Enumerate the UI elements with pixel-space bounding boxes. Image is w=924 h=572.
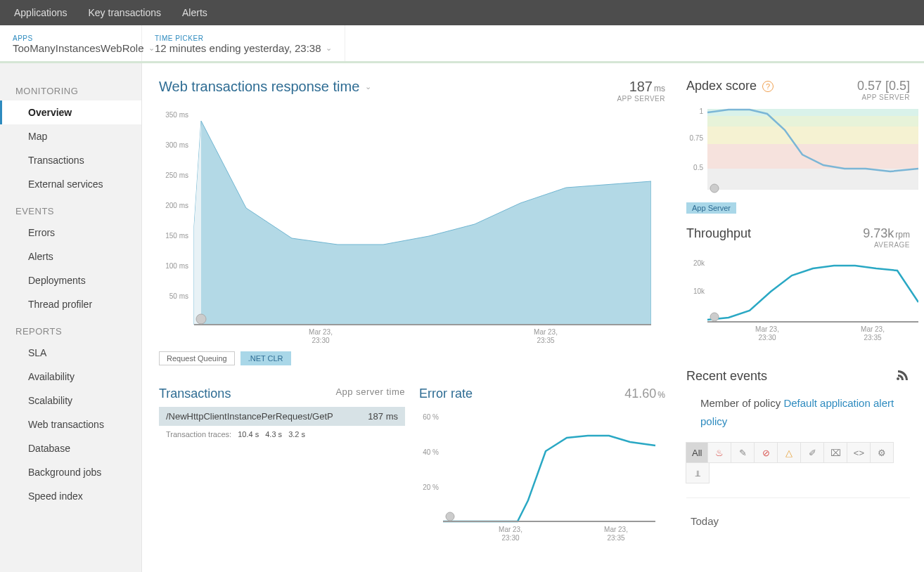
nav-key-transactions[interactable]: Key transactions [89, 7, 162, 18]
svg-rect-24 [707, 126, 918, 144]
sidebar-item-database[interactable]: Database [0, 436, 141, 460]
filter-error-icon[interactable]: ⊘ [754, 442, 778, 463]
svg-text:0.5: 0.5 [693, 164, 703, 171]
svg-text:Mar 23,: Mar 23, [861, 325, 885, 333]
svg-rect-25 [707, 144, 918, 169]
response-time-chart[interactable]: 350 ms 300 ms 250 ms 200 ms 150 ms 100 m… [159, 107, 665, 346]
svg-rect-23 [707, 116, 918, 126]
events-today: Today [686, 498, 910, 527]
svg-text:20 %: 20 % [423, 483, 439, 491]
svg-text:0.75: 0.75 [690, 134, 704, 142]
svg-text:60 %: 60 % [423, 413, 439, 421]
app-picker-label: APPS [13, 34, 129, 42]
apdex-title: Apdex score ? [686, 79, 774, 93]
svg-point-8 [196, 314, 206, 324]
sidebar-item-transactions[interactable]: Transactions [0, 148, 141, 172]
sidebar-item-availability[interactable]: Availability [0, 365, 141, 389]
nav-applications[interactable]: Applications [14, 7, 68, 18]
transactions-sub: App server time [335, 386, 405, 397]
svg-point-34 [710, 313, 719, 321]
sidebar-section-events: EVENTS [0, 196, 141, 221]
svg-point-17 [446, 512, 454, 521]
svg-text:300 ms: 300 ms [165, 141, 188, 149]
apdex-chart[interactable]: 1 0.75 0.5 [686, 105, 910, 197]
svg-text:250 ms: 250 ms [165, 171, 188, 179]
transaction-traces: Transaction traces: 10.4 s 4.3 s 3.2 s [159, 426, 405, 438]
filter-code-icon[interactable]: <> [847, 442, 871, 463]
svg-text:Mar 23,: Mar 23, [309, 328, 333, 336]
apdex-metric: 0.57 [0.5] APP SERVER [857, 79, 910, 101]
svg-text:10k: 10k [693, 287, 705, 295]
filter-gear-icon[interactable]: ⚙ [870, 442, 894, 463]
throughput-title: Throughput [686, 226, 751, 241]
response-time-title[interactable]: Web transactions response time ⌄ [159, 79, 371, 95]
transaction-row[interactable]: /NewHttpClientInstancePerRequest/GetP 18… [159, 407, 405, 426]
app-picker[interactable]: APPS TooManyInstancesWebRole ⌄ [0, 25, 142, 61]
svg-text:Mar 23,: Mar 23, [604, 526, 628, 533]
svg-text:20k: 20k [693, 259, 705, 267]
svg-text:40 %: 40 % [423, 448, 439, 456]
filter-all[interactable]: All [686, 442, 708, 463]
sidebar-item-map[interactable]: Map [0, 124, 141, 148]
sidebar-section-monitoring: MONITORING [0, 76, 141, 100]
app-picker-value: TooManyInstancesWebRole [13, 42, 144, 54]
apdex-legend[interactable]: App Server [686, 202, 736, 214]
response-time-metric: 187ms APP SERVER [617, 79, 665, 103]
top-nav: Applications Key transactions Alerts [0, 0, 924, 25]
filter-screen-icon[interactable]: ⌧ [823, 442, 847, 463]
filter-chart-icon[interactable]: ⫫ [686, 462, 710, 483]
svg-text:Mar 23,: Mar 23, [755, 325, 779, 333]
svg-text:23:35: 23:35 [537, 337, 554, 344]
throughput-metric: 9.73krpm AVERAGE [863, 226, 910, 249]
svg-text:23:30: 23:30 [312, 337, 329, 344]
context-bar: APPS TooManyInstancesWebRole ⌄ TIME PICK… [0, 25, 924, 63]
svg-text:150 ms: 150 ms [165, 232, 188, 240]
svg-text:Mar 23,: Mar 23, [499, 526, 522, 533]
recent-events-title: Recent events [686, 369, 767, 384]
help-icon[interactable]: ? [762, 81, 774, 92]
throughput-chart[interactable]: 20k 10k Mar 23, 23:30 Mar 23, 23:35 [686, 253, 910, 344]
sidebar-item-deployments[interactable]: Deployments [0, 268, 141, 292]
sidebar-item-alerts[interactable]: Alerts [0, 245, 141, 268]
sidebar: MONITORING Overview Map Transactions Ext… [0, 63, 142, 572]
time-picker-label: TIME PICKER [155, 34, 332, 42]
error-rate-metric: 41.60% [624, 386, 665, 401]
sidebar-item-errors[interactable]: Errors [0, 221, 141, 245]
svg-text:23:30: 23:30 [758, 334, 776, 342]
svg-text:350 ms: 350 ms [165, 111, 188, 119]
sidebar-item-background-jobs[interactable]: Background jobs [0, 460, 141, 484]
svg-text:23:35: 23:35 [607, 534, 624, 542]
sidebar-item-scalability[interactable]: Scalability [0, 389, 141, 412]
chevron-down-icon: ⌄ [326, 44, 332, 53]
events-policy: Member of policy Default application ale… [686, 384, 910, 443]
filter-fire-icon[interactable]: ♨ [707, 442, 731, 463]
sidebar-item-thread-profiler[interactable]: Thread profiler [0, 292, 141, 316]
legend-request-queuing[interactable]: Request Queuing [159, 351, 235, 365]
nav-alerts[interactable]: Alerts [182, 7, 207, 18]
svg-text:100 ms: 100 ms [165, 262, 188, 270]
error-rate-title[interactable]: Error rate [419, 386, 473, 401]
events-filter-bar: All ♨ ✎ ⊘ △ ✐ ⌧ <> ⚙ ⫫ [686, 443, 910, 483]
error-rate-chart[interactable]: 60 % 40 % 20 % Mar 23, 23:30 Mar 23, 23:… [419, 405, 665, 546]
sidebar-section-reports: REPORTS [0, 316, 141, 341]
legend-net-clr[interactable]: .NET CLR [240, 351, 291, 365]
svg-text:50 ms: 50 ms [169, 292, 188, 300]
svg-text:1: 1 [699, 108, 703, 115]
svg-point-30 [710, 184, 719, 193]
svg-text:23:30: 23:30 [501, 534, 519, 542]
response-time-legend: Request Queuing .NET CLR [159, 351, 665, 365]
sidebar-item-overview[interactable]: Overview [0, 100, 141, 124]
sidebar-item-sla[interactable]: SLA [0, 341, 141, 365]
svg-text:200 ms: 200 ms [165, 202, 188, 209]
time-picker[interactable]: TIME PICKER 12 minutes ending yesterday,… [142, 25, 345, 61]
filter-note-icon[interactable]: ✐ [800, 442, 824, 463]
svg-text:Mar 23,: Mar 23, [534, 328, 558, 336]
sidebar-item-speed-index[interactable]: Speed index [0, 484, 141, 508]
transactions-title[interactable]: Transactions [159, 386, 231, 401]
filter-warning-icon[interactable]: △ [777, 442, 801, 463]
rss-icon[interactable] [896, 368, 910, 384]
sidebar-item-external-services[interactable]: External services [0, 172, 141, 196]
svg-text:23:35: 23:35 [864, 334, 881, 342]
sidebar-item-web-transactions[interactable]: Web transactions [0, 412, 141, 436]
filter-pencil-icon[interactable]: ✎ [731, 442, 755, 463]
